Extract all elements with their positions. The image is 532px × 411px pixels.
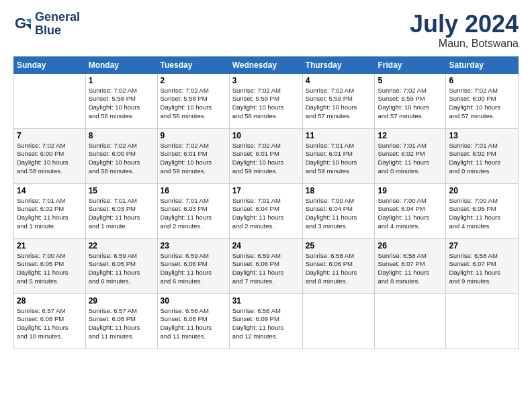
day-info: Sunrise: 7:01 AMSunset: 6:02 PMDaylight:… — [378, 142, 443, 176]
day-number: 3 — [232, 76, 300, 85]
day-number: 31 — [232, 296, 300, 306]
day-info: Sunrise: 7:00 AMSunset: 6:04 PMDaylight:… — [306, 197, 372, 231]
day-info: Sunrise: 7:01 AMSunset: 6:03 PMDaylight:… — [89, 197, 154, 231]
weekday-header: Friday — [375, 56, 446, 73]
calendar-cell: 9Sunrise: 7:02 AMSunset: 6:01 PMDaylight… — [157, 128, 229, 183]
calendar-cell: 30Sunrise: 6:56 AMSunset: 6:08 PMDayligh… — [157, 293, 229, 349]
day-number: 6 — [449, 76, 515, 85]
header-row: SundayMondayTuesdayWednesdayThursdayFrid… — [14, 56, 519, 73]
svg-text:G: G — [15, 15, 26, 32]
day-number: 16 — [161, 186, 226, 195]
day-number: 17 — [232, 186, 300, 195]
calendar-cell: 21Sunrise: 7:00 AMSunset: 6:05 PMDayligh… — [14, 238, 86, 293]
calendar-cell: 28Sunrise: 6:57 AMSunset: 6:08 PMDayligh… — [14, 293, 86, 349]
calendar-cell: 5Sunrise: 7:02 AMSunset: 5:59 PMDaylight… — [375, 73, 446, 128]
day-number: 7 — [17, 131, 83, 140]
day-info: Sunrise: 7:02 AMSunset: 5:59 PMDaylight:… — [378, 87, 443, 121]
calendar-cell: 20Sunrise: 7:00 AMSunset: 6:05 PMDayligh… — [446, 183, 519, 238]
day-info: Sunrise: 6:57 AMSunset: 6:08 PMDaylight:… — [89, 307, 154, 341]
day-number: 18 — [306, 186, 372, 195]
calendar-cell: 25Sunrise: 6:58 AMSunset: 6:06 PMDayligh… — [302, 238, 375, 293]
day-number: 1 — [89, 76, 154, 85]
day-info: Sunrise: 7:01 AMSunset: 6:04 PMDaylight:… — [232, 197, 300, 231]
day-number: 9 — [161, 131, 226, 140]
day-info: Sunrise: 7:00 AMSunset: 6:04 PMDaylight:… — [378, 197, 443, 231]
calendar-cell: 18Sunrise: 7:00 AMSunset: 6:04 PMDayligh… — [302, 183, 375, 238]
calendar-cell: 4Sunrise: 7:02 AMSunset: 5:59 PMDaylight… — [302, 73, 375, 128]
calendar-cell: 8Sunrise: 7:02 AMSunset: 6:00 PMDaylight… — [85, 128, 157, 183]
calendar-cell: 10Sunrise: 7:02 AMSunset: 6:01 PMDayligh… — [229, 128, 302, 183]
calendar-week-row: 1Sunrise: 7:02 AMSunset: 5:58 PMDaylight… — [14, 73, 519, 128]
weekday-header: Tuesday — [157, 56, 229, 73]
calendar-cell: 23Sunrise: 6:59 AMSunset: 6:06 PMDayligh… — [157, 238, 229, 293]
calendar-cell: 3Sunrise: 7:02 AMSunset: 5:59 PMDaylight… — [229, 73, 302, 128]
calendar-cell: 19Sunrise: 7:00 AMSunset: 6:04 PMDayligh… — [375, 183, 446, 238]
calendar-cell: 13Sunrise: 7:01 AMSunset: 6:02 PMDayligh… — [446, 128, 519, 183]
day-info: Sunrise: 6:57 AMSunset: 6:08 PMDaylight:… — [17, 307, 83, 341]
day-info: Sunrise: 6:56 AMSunset: 6:09 PMDaylight:… — [232, 307, 300, 341]
day-info: Sunrise: 7:02 AMSunset: 5:58 PMDaylight:… — [161, 87, 226, 121]
calendar-week-row: 28Sunrise: 6:57 AMSunset: 6:08 PMDayligh… — [14, 293, 519, 349]
calendar-cell: 16Sunrise: 7:01 AMSunset: 6:03 PMDayligh… — [157, 183, 229, 238]
day-info: Sunrise: 7:02 AMSunset: 5:59 PMDaylight:… — [306, 87, 372, 121]
calendar-cell: 7Sunrise: 7:02 AMSunset: 6:00 PMDaylight… — [14, 128, 86, 183]
weekday-header: Saturday — [446, 56, 519, 73]
day-number: 25 — [306, 241, 372, 250]
day-info: Sunrise: 7:01 AMSunset: 6:02 PMDaylight:… — [449, 142, 515, 176]
calendar-cell: 14Sunrise: 7:01 AMSunset: 6:02 PMDayligh… — [14, 183, 86, 238]
day-number: 8 — [89, 131, 154, 140]
logo-text-line2: Blue — [35, 24, 80, 38]
day-number: 15 — [89, 186, 154, 195]
calendar-cell: 17Sunrise: 7:01 AMSunset: 6:04 PMDayligh… — [229, 183, 302, 238]
calendar-cell — [375, 293, 446, 349]
weekday-header: Monday — [85, 56, 157, 73]
calendar-cell: 31Sunrise: 6:56 AMSunset: 6:09 PMDayligh… — [229, 293, 302, 349]
day-info: Sunrise: 6:59 AMSunset: 6:05 PMDaylight:… — [89, 252, 154, 286]
day-info: Sunrise: 6:58 AMSunset: 6:06 PMDaylight:… — [306, 252, 372, 286]
day-info: Sunrise: 6:56 AMSunset: 6:08 PMDaylight:… — [161, 307, 226, 341]
location: Maun, Botswana — [410, 38, 519, 50]
logo-icon: G — [13, 15, 32, 34]
day-info: Sunrise: 6:59 AMSunset: 6:06 PMDaylight:… — [161, 252, 226, 286]
day-number: 28 — [17, 296, 83, 306]
logo-text-line1: General — [35, 11, 80, 24]
calendar-body: 1Sunrise: 7:02 AMSunset: 5:58 PMDaylight… — [14, 73, 519, 349]
svg-marker-2 — [26, 24, 31, 30]
calendar-cell: 2Sunrise: 7:02 AMSunset: 5:58 PMDaylight… — [157, 73, 229, 128]
day-number: 14 — [17, 186, 83, 195]
day-number: 20 — [449, 186, 515, 195]
day-number: 5 — [378, 76, 443, 85]
day-number: 11 — [306, 131, 372, 140]
calendar-cell: 1Sunrise: 7:02 AMSunset: 5:58 PMDaylight… — [85, 73, 157, 128]
day-info: Sunrise: 7:02 AMSunset: 6:01 PMDaylight:… — [232, 142, 300, 176]
header: G General Blue July 2024 Maun, Botswana — [13, 11, 519, 50]
day-number: 23 — [161, 241, 226, 250]
calendar-week-row: 7Sunrise: 7:02 AMSunset: 6:00 PMDaylight… — [14, 128, 519, 183]
title-block: July 2024 Maun, Botswana — [410, 11, 519, 50]
calendar-cell: 24Sunrise: 6:59 AMSunset: 6:06 PMDayligh… — [229, 238, 302, 293]
page: G General Blue July 2024 Maun, Botswana … — [0, 0, 532, 356]
day-number: 30 — [161, 296, 226, 306]
calendar-week-row: 21Sunrise: 7:00 AMSunset: 6:05 PMDayligh… — [14, 238, 519, 293]
calendar-week-row: 14Sunrise: 7:01 AMSunset: 6:02 PMDayligh… — [14, 183, 519, 238]
month-title: July 2024 — [410, 11, 519, 38]
day-number: 10 — [232, 131, 300, 140]
calendar: SundayMondayTuesdayWednesdayThursdayFrid… — [13, 56, 519, 349]
day-info: Sunrise: 7:02 AMSunset: 6:01 PMDaylight:… — [161, 142, 226, 176]
day-info: Sunrise: 7:02 AMSunset: 6:00 PMDaylight:… — [89, 142, 154, 176]
weekday-header: Thursday — [302, 56, 375, 73]
calendar-cell: 6Sunrise: 7:02 AMSunset: 6:00 PMDaylight… — [446, 73, 519, 128]
day-info: Sunrise: 7:01 AMSunset: 6:03 PMDaylight:… — [161, 197, 226, 231]
day-number: 26 — [378, 241, 443, 250]
weekday-header: Sunday — [14, 56, 86, 73]
day-number: 24 — [232, 241, 300, 250]
day-number: 29 — [89, 296, 154, 306]
day-number: 13 — [449, 131, 515, 140]
calendar-cell: 15Sunrise: 7:01 AMSunset: 6:03 PMDayligh… — [85, 183, 157, 238]
day-info: Sunrise: 7:01 AMSunset: 6:02 PMDaylight:… — [17, 197, 83, 231]
calendar-header: SundayMondayTuesdayWednesdayThursdayFrid… — [14, 56, 519, 73]
day-info: Sunrise: 7:00 AMSunset: 6:05 PMDaylight:… — [449, 197, 515, 231]
day-info: Sunrise: 7:02 AMSunset: 5:59 PMDaylight:… — [232, 87, 300, 121]
logo: G General Blue — [13, 11, 80, 38]
day-info: Sunrise: 7:02 AMSunset: 6:00 PMDaylight:… — [449, 87, 515, 121]
